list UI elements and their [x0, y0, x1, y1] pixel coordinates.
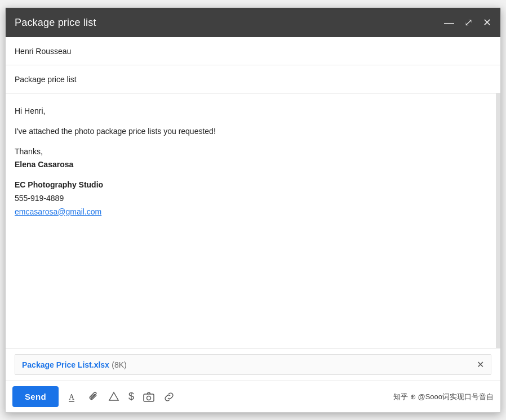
compose-window: Package price list — ⤢ ✕ Henri Rousseau … [5, 7, 501, 413]
toolbar-extra-text: 知乎 ⊕ @Sooo词实现口号音自 [393, 392, 494, 402]
sender-name: Elena Casarosa [15, 160, 73, 169]
attachment-size: (8K) [112, 360, 126, 369]
attachment-info: Package Price List.xlsx (8K) [22, 360, 127, 370]
svg-point-4 [147, 396, 150, 400]
email-link[interactable]: emcasarosa@gmail.com [15, 207, 101, 216]
company-name: EC Photography Studio [15, 180, 103, 189]
toolbar: Send A $ [6, 381, 500, 412]
to-field-value[interactable]: Henri Rousseau [15, 47, 71, 56]
attachment-chip: Package Price List.xlsx (8K) ✕ [15, 354, 491, 375]
body-line1: I've attached the photo package price li… [15, 125, 487, 138]
to-field-row: Henri Rousseau [6, 37, 500, 65]
send-button[interactable]: Send [12, 386, 59, 407]
attachment-filename[interactable]: Package Price List.xlsx [22, 360, 109, 369]
window-controls: — ⤢ ✕ [444, 17, 491, 28]
toolbar-right-icons: 知乎 ⊕ @Sooo词实现口号音自 [393, 392, 494, 402]
window-title: Package price list [15, 17, 96, 29]
maximize-button[interactable]: ⤢ [464, 17, 473, 28]
link-icon[interactable] [163, 391, 175, 403]
money-icon[interactable]: $ [128, 391, 134, 403]
attachment-row: Package Price List.xlsx (8K) ✕ [6, 348, 500, 381]
svg-marker-2 [109, 392, 118, 400]
subject-field-value[interactable]: Package price list [15, 75, 77, 84]
camera-icon[interactable] [143, 391, 154, 403]
close-button[interactable]: ✕ [483, 17, 491, 28]
company-block: EC Photography Studio 555-919-4889 emcas… [15, 178, 487, 218]
greeting-text: Hi Henri, [15, 105, 487, 118]
drive-icon[interactable] [108, 391, 119, 403]
phone-number: 555-919-4889 [15, 194, 64, 203]
sign-off-text: Thanks, Elena Casarosa [15, 145, 487, 172]
attachment-close-icon[interactable]: ✕ [477, 359, 484, 370]
attach-icon[interactable] [88, 391, 99, 403]
minimize-button[interactable]: — [444, 17, 454, 28]
email-body[interactable]: Hi Henri, I've attached the photo packag… [6, 93, 500, 348]
title-bar: Package price list — ⤢ ✕ [6, 8, 500, 37]
format-text-icon[interactable]: A [68, 391, 79, 403]
svg-text:A: A [69, 393, 75, 401]
subject-field-row: Package price list [6, 65, 500, 93]
